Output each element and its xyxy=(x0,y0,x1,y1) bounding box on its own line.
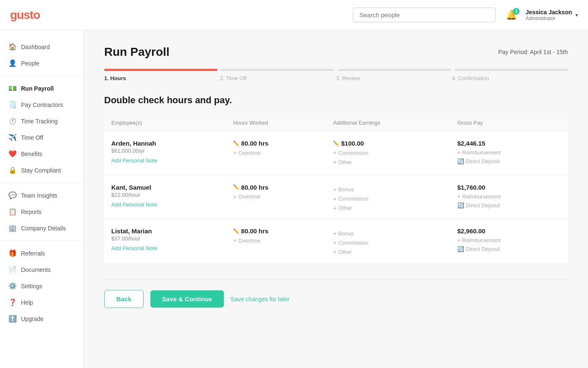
main-content: Run Payroll Pay Period: April 1st - 15th… xyxy=(84,30,588,368)
gross-action-reimbursement[interactable]: +Reimbursement xyxy=(457,237,561,243)
progress-bar-step-2 xyxy=(221,69,334,71)
sidebar-item-label: Reports xyxy=(21,209,42,215)
page-title: Run Payroll xyxy=(104,45,170,59)
sidebar-item-company-details[interactable]: 🏢Company Details xyxy=(0,220,84,236)
step-labels: 1. Hours 2. Time Off 3. Review 4. Confir… xyxy=(104,75,568,81)
pay-contractors-icon: 🗒️ xyxy=(8,101,17,109)
sidebar-item-upgrade[interactable]: ⬆️Upgrade xyxy=(0,311,84,327)
sidebar-item-label: Company Details xyxy=(21,225,66,232)
progress-steps: 1. Hours 2. Time Off 3. Review 4. Confir… xyxy=(104,69,568,81)
sidebar-item-benefits[interactable]: ❤️Benefits xyxy=(0,146,84,162)
sidebar: 🏠Dashboard👤People💵Run Payroll🗒️Pay Contr… xyxy=(0,30,84,368)
col-employees: Employee(s) xyxy=(105,115,227,131)
sidebar-item-referrals[interactable]: 🎁Referrals xyxy=(0,245,84,261)
add-earning-other[interactable]: +Other xyxy=(333,248,444,255)
top-nav: gusto 🔔 1 Jessica Jackson Administrator … xyxy=(0,0,588,30)
reports-icon: 📋 xyxy=(8,208,17,216)
upgrade-icon: ⬆️ xyxy=(8,315,17,323)
employee-rate: $37.00/hour xyxy=(111,235,220,242)
gross-action-direct-deposit[interactable]: 🔄Direct Deposit xyxy=(457,158,561,164)
add-personal-note[interactable]: Add Personal Note xyxy=(111,157,220,170)
save-later-button[interactable]: Save changes for later xyxy=(231,296,289,303)
sidebar-item-label: Help xyxy=(21,299,33,306)
col-hours: Hours Worked xyxy=(226,115,326,131)
add-overtime[interactable]: +Overtime xyxy=(233,237,320,244)
sidebar-item-label: Upgrade xyxy=(21,316,44,322)
search-input[interactable] xyxy=(359,11,489,18)
progress-bar-step-3 xyxy=(338,69,451,71)
step-label-3: 3. Review xyxy=(336,75,452,81)
add-overtime[interactable]: +Overtime xyxy=(233,193,320,200)
sidebar-item-stay-compliant[interactable]: 🔒Stay Compliant xyxy=(0,162,84,178)
sidebar-item-time-off[interactable]: ✈️Time Off xyxy=(0,129,84,146)
sidebar-item-label: Time Tracking xyxy=(21,118,58,125)
user-menu[interactable]: Jessica Jackson Administrator ▾ xyxy=(525,9,578,21)
progress-bars xyxy=(104,69,568,71)
add-earning-commission[interactable]: +Commission xyxy=(333,196,444,202)
app-logo: gusto xyxy=(10,8,40,22)
back-button[interactable]: Back xyxy=(104,290,144,308)
add-personal-note[interactable]: Add Personal Note xyxy=(111,201,220,214)
sidebar-item-label: Settings xyxy=(21,283,42,290)
stay-compliant-icon: 🔒 xyxy=(8,166,17,174)
employee-name: Kant, Samuel xyxy=(111,184,220,191)
add-overtime[interactable]: +Overtime xyxy=(233,149,320,156)
table-row: Arden, Hannah $61,000.00/yr Add Personal… xyxy=(105,131,568,175)
sidebar-item-time-tracking[interactable]: ⏱️Time Tracking xyxy=(0,113,84,129)
table-row: Kant, Samuel $22.00/hour Add Personal No… xyxy=(105,175,568,219)
time-tracking-icon: ⏱️ xyxy=(8,117,17,125)
edit-hours-icon[interactable]: ✏️ xyxy=(233,184,239,190)
gross-action-direct-deposit[interactable]: 🔄Direct Deposit xyxy=(457,202,561,209)
add-earning-commission[interactable]: +Commission xyxy=(333,149,444,156)
sidebar-item-label: Dashboard xyxy=(21,44,50,50)
settings-icon: ⚙️ xyxy=(8,282,17,290)
gross-pay-value: $2,960.00 xyxy=(457,227,561,235)
sidebar-item-people[interactable]: 👤People xyxy=(0,55,84,71)
edit-hours-icon[interactable]: ✏️ xyxy=(233,141,239,146)
sidebar-item-team-insights[interactable]: 💬Team Insights xyxy=(0,187,84,204)
sidebar-item-dashboard[interactable]: 🏠Dashboard xyxy=(0,39,84,55)
sidebar-item-run-payroll[interactable]: 💵Run Payroll xyxy=(0,80,84,97)
gross-pay-value: $1,760.00 xyxy=(457,184,561,191)
section-heading: Double check hours and pay. xyxy=(104,95,568,106)
notification-area[interactable]: 🔔 1 xyxy=(506,10,517,21)
gross-action-direct-deposit[interactable]: 🔄Direct Deposit xyxy=(457,246,561,252)
gross-action-reimbursement[interactable]: +Reimbursement xyxy=(457,193,561,200)
referrals-icon: 🎁 xyxy=(8,249,17,257)
documents-icon: 📄 xyxy=(8,266,17,274)
gross-pay-value: $2,446.15 xyxy=(457,140,561,147)
save-continue-button[interactable]: Save & Continue xyxy=(150,290,224,308)
sidebar-divider xyxy=(0,183,84,183)
edit-earnings-icon[interactable]: ✏️ xyxy=(333,141,339,146)
sidebar-item-label: Stay Compliant xyxy=(21,167,61,174)
notification-badge: 1 xyxy=(513,8,520,15)
search-box[interactable] xyxy=(353,8,496,22)
add-earning-bonus[interactable]: +Bonus xyxy=(333,186,444,193)
step-label-2: 2. Time Off xyxy=(220,75,336,81)
sidebar-item-pay-contractors[interactable]: 🗒️Pay Contractors xyxy=(0,97,84,113)
user-info: Jessica Jackson Administrator xyxy=(525,9,572,21)
add-earning-other[interactable]: +Other xyxy=(333,159,444,165)
sidebar-item-label: Run Payroll xyxy=(21,85,54,92)
table-row: Listat, Marian $37.00/hour Add Personal … xyxy=(105,219,568,263)
company-details-icon: 🏢 xyxy=(8,224,17,232)
sidebar-item-help[interactable]: ❓Help xyxy=(0,294,84,311)
edit-hours-icon[interactable]: ✏️ xyxy=(233,228,239,234)
add-personal-note[interactable]: Add Personal Note xyxy=(111,245,220,258)
add-earning-other[interactable]: +Other xyxy=(333,205,444,211)
employee-rate: $22.00/hour xyxy=(111,192,220,198)
sidebar-item-settings[interactable]: ⚙️Settings xyxy=(0,278,84,294)
gross-action-reimbursement[interactable]: +Reimbursement xyxy=(457,149,561,156)
earnings-value: $100.00 xyxy=(341,140,364,147)
employee-name: Listat, Marian xyxy=(111,227,220,235)
page-header: Run Payroll Pay Period: April 1st - 15th xyxy=(104,45,568,59)
hours-value: 80.00 hrs xyxy=(241,227,268,235)
hours-value: 80.00 hrs xyxy=(241,140,268,147)
sidebar-item-documents[interactable]: 📄Documents xyxy=(0,261,84,278)
add-earning-commission[interactable]: +Commission xyxy=(333,239,444,246)
sidebar-item-label: People xyxy=(21,60,39,67)
add-earning-bonus[interactable]: +Bonus xyxy=(333,230,444,237)
sidebar-item-reports[interactable]: 📋Reports xyxy=(0,204,84,220)
progress-bar-step-1 xyxy=(104,69,218,71)
chevron-down-icon: ▾ xyxy=(575,12,578,18)
